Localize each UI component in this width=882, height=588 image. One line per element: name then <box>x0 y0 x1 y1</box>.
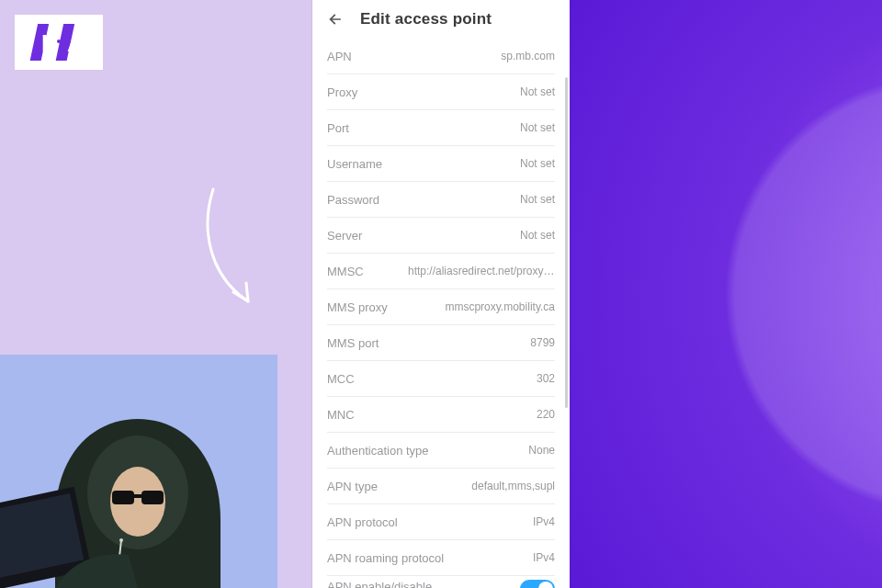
setting-label: MMS proxy <box>327 300 388 314</box>
brand-logo: H A <box>15 15 103 70</box>
setting-row-apn[interactable]: APN sp.mb.com <box>327 39 555 74</box>
settings-list: APN sp.mb.com Proxy Not set Port Not set… <box>312 39 570 588</box>
setting-label: Server <box>327 229 362 243</box>
setting-value: IPv4 <box>533 515 555 528</box>
apn-enable-toggle[interactable] <box>520 580 555 588</box>
setting-value: default,mms,supl <box>471 480 555 492</box>
setting-label: MMS port <box>327 336 379 350</box>
setting-label: APN <box>327 50 352 63</box>
setting-label: APN enable/disable <box>327 580 432 588</box>
setting-row-apn-enable[interactable]: APN enable/disable APN enabled <box>327 576 555 588</box>
arrow-left-icon <box>326 10 345 28</box>
setting-value: sp.mb.com <box>501 50 555 62</box>
setting-row-apn-protocol[interactable]: APN protocol IPv4 <box>327 504 555 540</box>
svg-rect-11 <box>134 494 141 498</box>
setting-value: http://aliasredirect.net/proxy/mb/mmsc <box>408 265 555 277</box>
setting-value: mmscproxy.mobility.ca <box>445 300 555 313</box>
decorative-arrow <box>193 184 276 322</box>
screen-header: Edit access point <box>312 0 570 39</box>
setting-label: Proxy <box>327 85 357 99</box>
setting-label: MMSC <box>327 265 364 278</box>
setting-row-apn-type[interactable]: APN type default,mms,supl <box>327 469 555 504</box>
setting-row-mmsc[interactable]: MMSC http://aliasredirect.net/proxy/mb/m… <box>327 254 555 289</box>
setting-row-mms-port[interactable]: MMS port 8799 <box>327 325 555 361</box>
setting-row-port[interactable]: Port Not set <box>327 110 555 146</box>
setting-label: Port <box>327 121 349 135</box>
setting-value: 220 <box>537 408 555 421</box>
setting-row-mcc[interactable]: MCC 302 <box>327 361 555 397</box>
setting-value: Not set <box>520 121 555 134</box>
setting-row-server[interactable]: Server Not set <box>327 218 555 254</box>
setting-row-mnc[interactable]: MNC 220 <box>327 397 555 433</box>
setting-label: APN roaming protocol <box>327 551 444 565</box>
screen-title: Edit access point <box>360 10 492 28</box>
setting-label: Authentication type <box>327 444 429 458</box>
setting-row-proxy[interactable]: Proxy Not set <box>327 74 555 110</box>
setting-value: IPv4 <box>533 551 555 564</box>
setting-label: Password <box>327 193 379 207</box>
phone-settings-panel: Edit access point APN sp.mb.com Proxy No… <box>312 0 570 588</box>
setting-label: Username <box>327 157 382 171</box>
setting-label: MCC <box>327 372 355 386</box>
svg-point-5 <box>57 40 61 43</box>
scrollbar[interactable] <box>565 77 568 408</box>
setting-value: Not set <box>520 193 555 206</box>
setting-value: 302 <box>537 372 555 385</box>
svg-rect-10 <box>141 491 164 504</box>
setting-row-mms-proxy[interactable]: MMS proxy mmscproxy.mobility.ca <box>327 289 555 325</box>
setting-label: APN type <box>327 480 378 493</box>
setting-row-username[interactable]: Username Not set <box>327 146 555 182</box>
setting-value: Not set <box>520 85 555 98</box>
svg-text:A: A <box>67 29 85 57</box>
setting-row-apn-roaming-protocol[interactable]: APN roaming protocol IPv4 <box>327 540 555 576</box>
setting-value: 8799 <box>530 336 555 349</box>
setting-value: Not set <box>520 229 555 242</box>
hacker-photo <box>0 355 277 588</box>
setting-row-auth-type[interactable]: Authentication type None <box>327 433 555 469</box>
setting-label: APN protocol <box>327 515 398 529</box>
back-button[interactable] <box>325 9 345 29</box>
svg-rect-9 <box>112 491 134 504</box>
setting-value: None <box>528 444 555 457</box>
background-gradient <box>570 0 882 588</box>
setting-row-password[interactable]: Password Not set <box>327 182 555 218</box>
setting-label: MNC <box>327 408 355 422</box>
svg-text:H: H <box>41 29 59 57</box>
setting-value: Not set <box>520 157 555 170</box>
